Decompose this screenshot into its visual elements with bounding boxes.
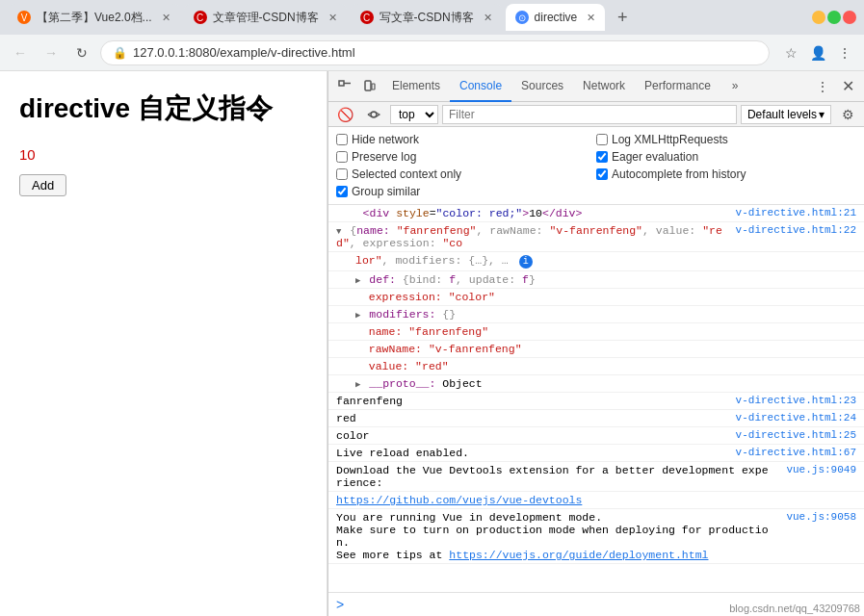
console-fanrenfeng-text: fanrenfeng [336, 395, 724, 407]
add-button[interactable]: Add [19, 174, 66, 196]
execution-context-select[interactable]: top [390, 105, 438, 124]
eager-eval-label: Eager evaluation [612, 150, 698, 164]
hide-network-label: Hide network [352, 133, 419, 146]
tab-3-label: 写文章-CSDN博客 [380, 10, 474, 26]
expand-modifiers[interactable] [355, 308, 360, 321]
browser-tab-3[interactable]: C 写文章-CSDN博客 ✕ [351, 4, 502, 31]
info-icon[interactable]: i [519, 255, 533, 269]
hide-network-checkbox[interactable] [336, 134, 348, 145]
console-entry-object: {name: "fanrenfeng", rawName: "v-fanrenf… [328, 222, 864, 252]
selected-context-checkbox[interactable] [336, 168, 348, 180]
inspect-element-button[interactable] [332, 74, 357, 99]
preserve-eye-button[interactable] [361, 102, 386, 127]
console-entry-devtools: Download the Vue Devtools extension for … [328, 462, 864, 492]
browser-tab-2[interactable]: C 文章管理-CSDN博客 ✕ [184, 4, 347, 31]
tab-4-close[interactable]: ✕ [587, 12, 595, 24]
console-source-vuemode[interactable]: vue.js:9058 [786, 511, 856, 523]
group-similar-checkbox[interactable] [336, 186, 348, 197]
tab-3-favicon: C [360, 11, 374, 24]
reload-button[interactable]: ↻ [69, 40, 94, 65]
url-bar[interactable]: 🔒 127.0.0.1:8080/example/v-directive.htm… [100, 40, 770, 65]
tab-elements[interactable]: Elements [382, 71, 450, 102]
console-source-red[interactable]: v-directive.html:24 [736, 412, 856, 424]
console-settings-button[interactable]: ⚙ [835, 102, 860, 127]
console-entry-html: <div style="color: red;">10</div> v-dire… [328, 205, 864, 222]
log-xml-label: Log XMLHttpRequests [612, 133, 728, 146]
expand-def[interactable] [355, 273, 360, 286]
watermark: blog.csdn.net/qq_43209768 [729, 603, 860, 614]
console-prop-value: value: "red" [328, 358, 864, 375]
tab-3-close[interactable]: ✕ [484, 12, 492, 24]
expand-arrow-1[interactable] [336, 224, 341, 237]
vue-deploy-link[interactable]: https://vuejs.org/guide/deployment.html [449, 549, 708, 561]
minimize-button[interactable] [812, 11, 825, 24]
counter-display: 10 [19, 146, 307, 163]
window-controls [812, 11, 856, 24]
tab-network[interactable]: Network [573, 71, 635, 102]
tab-1-close[interactable]: ✕ [162, 12, 170, 24]
tab-4-favicon: ⊙ [515, 11, 529, 24]
console-source-livereload[interactable]: v-directive.html:67 [736, 447, 856, 458]
console-filter-input[interactable] [442, 105, 737, 124]
new-tab-button[interactable]: + [609, 4, 636, 31]
bookmark-icon[interactable]: ☆ [779, 41, 802, 64]
lock-icon: 🔒 [113, 46, 127, 60]
default-levels-button[interactable]: Default levels ▾ [741, 105, 831, 124]
console-livereload-text: Live reload enabled. [336, 447, 724, 459]
console-source-1[interactable]: v-directive.html:21 [736, 207, 856, 218]
console-output[interactable]: <div style="color: red;">10</div> v-dire… [328, 205, 864, 592]
forward-button[interactable]: → [39, 40, 64, 65]
option-eager-eval: Eager evaluation [596, 148, 856, 166]
tab-1-favicon: V [17, 11, 31, 24]
address-bar: ← → ↻ 🔒 127.0.0.1:8080/example/v-directi… [0, 35, 864, 71]
svg-rect-2 [365, 81, 371, 90]
console-color-text: color [336, 429, 724, 442]
console-source-color[interactable]: v-directive.html:25 [736, 429, 856, 441]
option-preserve-log: Preserve log [336, 148, 596, 166]
devtools-link[interactable]: https://github.com/vuejs/vue-devtools [336, 494, 582, 506]
console-entry-html-text: <div style="color: red;">10</div> [336, 207, 724, 219]
maximize-button[interactable] [827, 11, 841, 24]
profile-icon[interactable]: 👤 [806, 41, 829, 64]
svg-rect-3 [372, 84, 375, 90]
prompt-arrow-icon: > [336, 597, 344, 612]
console-source-devtools[interactable]: vue.js:9049 [786, 464, 856, 475]
tab-4-label: directive [535, 11, 578, 24]
tab-performance[interactable]: Performance [635, 71, 720, 102]
browser-tab-4[interactable]: ⊙ directive ✕ [506, 4, 606, 31]
tab-more[interactable]: » [722, 71, 748, 102]
group-similar-label: Group similar [352, 185, 420, 198]
tab-console[interactable]: Console [450, 71, 511, 102]
close-window-button[interactable] [843, 11, 856, 24]
log-xml-checkbox[interactable] [596, 134, 608, 145]
console-entry-livereload: Live reload enabled. v-directive.html:67 [328, 445, 864, 462]
tab-2-favicon: C [194, 11, 207, 24]
console-prop-def: def: {bind: f, update: f} [328, 271, 864, 289]
tab-sources[interactable]: Sources [511, 71, 573, 102]
expand-proto[interactable] [355, 377, 360, 390]
clear-console-button[interactable]: 🚫 [332, 102, 357, 127]
console-prop-modifiers: modifiers: {} [328, 306, 864, 323]
devtools-more-button[interactable]: ⋮ [810, 74, 835, 99]
autocomplete-label: Autocomplete from history [612, 167, 746, 181]
device-toolbar-button[interactable] [357, 74, 382, 99]
main-layout: directive 自定义指令 10 Add Elements Console … [0, 71, 864, 616]
tab-2-close[interactable]: ✕ [328, 12, 337, 24]
devtools-close-button[interactable]: ✕ [835, 74, 860, 99]
eager-eval-checkbox[interactable] [596, 151, 608, 163]
tab-1-label: 【第二季】Vue2.0档... [37, 10, 152, 26]
page-title: directive 自定义指令 [19, 90, 307, 127]
preserve-log-checkbox[interactable] [336, 151, 348, 163]
devtools-panel: Elements Console Sources Network Perform… [327, 71, 864, 616]
console-devtools-text: Download the Vue Devtools extension for … [336, 464, 774, 489]
console-entry-red: red v-directive.html:24 [328, 410, 864, 427]
console-source-2[interactable]: v-directive.html:22 [736, 224, 856, 236]
back-button[interactable]: ← [8, 40, 33, 65]
browser-tab-1[interactable]: V 【第二季】Vue2.0档... ✕ [8, 4, 180, 31]
selected-context-label: Selected context only [352, 167, 461, 181]
menu-icon[interactable]: ⋮ [833, 41, 856, 64]
autocomplete-checkbox[interactable] [596, 168, 608, 180]
console-source-fanrenfeng[interactable]: v-directive.html:23 [736, 395, 856, 406]
option-log-xml: Log XMLHttpRequests [596, 131, 856, 148]
console-red-text: red [336, 412, 724, 424]
